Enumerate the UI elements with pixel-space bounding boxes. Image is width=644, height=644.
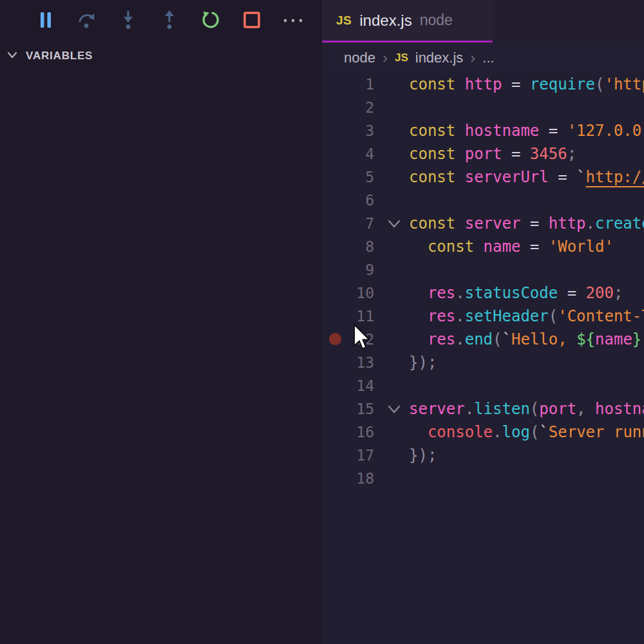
code-line-16: 16 console.log(`Server running at ${serv… xyxy=(322,421,644,444)
line-number[interactable]: 9 xyxy=(322,261,374,278)
chevron-right-icon: › xyxy=(470,50,475,66)
line-number[interactable]: 13 xyxy=(322,354,374,371)
line-number[interactable]: 3 xyxy=(322,122,374,139)
step-into-button[interactable] xyxy=(115,6,142,35)
javascript-file-icon: JS xyxy=(336,14,352,28)
line-number[interactable]: 8 xyxy=(322,238,374,255)
chevron-right-icon: › xyxy=(383,50,388,66)
code-line-11: 11 res.setHeader('Content-Type', 'text/p… xyxy=(322,305,644,328)
line-number[interactable]: 4 xyxy=(322,146,374,162)
code-text[interactable]: res.end(`Hello, ${name}!\n`); xyxy=(409,328,644,351)
pause-button[interactable] xyxy=(32,6,59,35)
step-over-icon xyxy=(77,10,97,32)
code-text[interactable]: }); xyxy=(409,351,644,374)
code-text[interactable]: const name = 'World' xyxy=(409,235,644,258)
breadcrumb-item-more[interactable]: ... xyxy=(482,50,494,66)
code-line-12: 12 res.end(`Hello, ${name}!\n`); xyxy=(322,328,644,351)
code-line-1: 1const http = require('http'); xyxy=(322,73,644,96)
code-line-4: 4const port = 3456; xyxy=(322,142,644,166)
variables-section-label: VARIABLES xyxy=(26,50,93,62)
debug-side-panel: VARIABLES xyxy=(0,0,322,644)
breadcrumb: node › JS index.js › ... xyxy=(322,43,644,73)
code-line-18: 18 xyxy=(322,467,644,490)
code-text[interactable]: const hostname = '127.0.0.1'; xyxy=(409,119,644,142)
javascript-file-icon: JS xyxy=(395,52,408,64)
code-line-13: 13}); xyxy=(322,351,644,374)
restart-button[interactable] xyxy=(197,6,224,35)
code-line-15: 15server.listen(port, hostname, () => { xyxy=(322,397,644,421)
code-line-6: 6 xyxy=(322,189,644,212)
code-line-7: 7const server = http.createServer((req, … xyxy=(322,212,644,235)
breadcrumb-item-folder[interactable]: node xyxy=(344,50,375,66)
line-number[interactable]: 7 xyxy=(322,215,374,232)
step-over-button[interactable] xyxy=(73,6,100,35)
code-text[interactable]: res.statusCode = 200; xyxy=(409,281,644,305)
line-number[interactable]: 17 xyxy=(322,447,374,464)
more-actions-button[interactable] xyxy=(279,6,307,35)
more-actions-icon xyxy=(282,16,304,26)
breakpoint-icon[interactable] xyxy=(329,333,341,345)
code-line-9: 9 xyxy=(322,258,644,281)
variables-section-header[interactable]: VARIABLES xyxy=(5,48,93,64)
line-number[interactable]: 2 xyxy=(322,99,374,116)
code-editor: 1const http = require('http');23const ho… xyxy=(322,73,644,490)
code-line-17: 17}); xyxy=(322,444,644,467)
step-out-button[interactable] xyxy=(156,6,183,35)
line-number[interactable]: 1 xyxy=(322,76,374,93)
tab-strip: JS index.js node xyxy=(322,0,644,43)
code-line-2: 2 xyxy=(322,96,644,119)
fold-chevron-icon[interactable] xyxy=(374,216,409,231)
line-number[interactable]: 16 xyxy=(322,424,374,440)
breadcrumb-item-file[interactable]: index.js xyxy=(415,50,464,66)
line-number[interactable]: 11 xyxy=(322,308,374,325)
pause-icon xyxy=(37,11,54,31)
code-text[interactable]: res.setHeader('Content-Type', 'text/plai… xyxy=(409,305,644,328)
step-into-icon xyxy=(120,10,137,32)
line-number[interactable]: 10 xyxy=(322,285,374,301)
tab-decoration-node: node xyxy=(420,12,453,29)
line-number[interactable]: 14 xyxy=(322,377,374,394)
code-text[interactable]: server.listen(port, hostname, () => { xyxy=(409,397,644,421)
tab-index-js[interactable]: JS index.js node xyxy=(322,0,493,43)
fold-chevron-icon[interactable] xyxy=(374,402,409,416)
debug-toolbar xyxy=(32,6,307,35)
line-number[interactable]: 18 xyxy=(322,470,374,487)
line-number[interactable]: 15 xyxy=(322,401,374,417)
restart-icon xyxy=(201,10,220,32)
stop-button[interactable] xyxy=(238,6,265,35)
editor-group: JS index.js node node › JS index.js › ..… xyxy=(322,0,644,644)
tab-file-name: index.js xyxy=(359,12,412,30)
line-number[interactable]: 6 xyxy=(322,192,374,209)
chevron-down-icon xyxy=(5,48,19,64)
code-text[interactable]: const serverUrl = `http://${hostname}:${… xyxy=(409,166,644,189)
code-text[interactable]: const port = 3456; xyxy=(409,142,644,166)
stop-icon xyxy=(243,11,261,31)
line-number[interactable]: 5 xyxy=(322,169,374,185)
code-text[interactable]: console.log(`Server running at ${serverU… xyxy=(409,421,644,444)
code-line-3: 3const hostname = '127.0.0.1'; xyxy=(322,119,644,142)
step-out-icon xyxy=(161,10,178,32)
code-text[interactable]: }); xyxy=(409,444,644,467)
code-line-8: 8 const name = 'World' xyxy=(322,235,644,258)
code-line-5: 5const serverUrl = `http://${hostname}:$… xyxy=(322,166,644,189)
code-text[interactable]: const http = require('http'); xyxy=(409,73,644,96)
code-line-10: 10 res.statusCode = 200; xyxy=(322,281,644,305)
code-text[interactable]: const server = http.createServer((req, r… xyxy=(409,212,644,235)
code-line-14: 14 xyxy=(322,374,644,397)
